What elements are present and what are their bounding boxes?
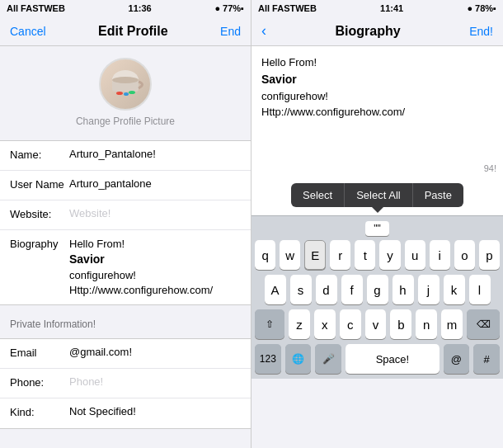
- svg-point-5: [129, 91, 135, 94]
- kind-value[interactable]: Not Specified!: [69, 405, 241, 417]
- key-d[interactable]: d: [316, 275, 337, 304]
- key-o[interactable]: o: [454, 240, 475, 270]
- key-q[interactable]: q: [255, 240, 275, 270]
- carrier-left: All FASTWEB: [7, 3, 65, 13]
- biography-label: Biography: [10, 237, 69, 250]
- key-s[interactable]: s: [290, 275, 312, 304]
- keyboard-area: "" q w E r t y u i o p A s d f g h j k l: [252, 215, 503, 379]
- end-button-right[interactable]: End!: [469, 25, 493, 38]
- num-key[interactable]: 123: [255, 344, 281, 374]
- key-z[interactable]: z: [289, 309, 310, 339]
- select-all-menu-item[interactable]: Select All: [345, 183, 412, 207]
- shift-key[interactable]: ⇧: [255, 309, 284, 339]
- battery-left: ● 77%▪: [214, 3, 244, 13]
- change-pic-label[interactable]: Change Profile Picture: [76, 116, 175, 127]
- key-t[interactable]: t: [355, 240, 375, 270]
- profile-pic-section: Change Profile Picture: [0, 46, 251, 134]
- phone-label: Phone:: [10, 375, 69, 389]
- key-h[interactable]: h: [393, 275, 414, 304]
- key-g[interactable]: g: [367, 275, 388, 304]
- key-k[interactable]: k: [444, 275, 465, 304]
- at-key[interactable]: @: [444, 344, 470, 374]
- context-menu-container: Select Select All Paste: [252, 178, 503, 215]
- name-label: Name:: [10, 148, 69, 161]
- mic-key[interactable]: 🎤: [315, 344, 341, 374]
- char-count: 94!: [484, 163, 496, 173]
- keyboard-row-2: A s d f g h j k l: [252, 272, 503, 307]
- context-menu: Select Select All Paste: [291, 183, 463, 207]
- avatar[interactable]: [99, 58, 152, 111]
- website-value[interactable]: Website!: [69, 207, 241, 219]
- space-key[interactable]: Space!: [346, 344, 439, 374]
- key-p[interactable]: p: [479, 240, 500, 270]
- key-n[interactable]: n: [416, 309, 437, 339]
- email-label: Email: [10, 346, 69, 359]
- email-row: Email @gmail.com!: [0, 339, 251, 369]
- delete-key[interactable]: ⌫: [467, 309, 500, 339]
- private-section: Private Information! Email @gmail.com! P…: [0, 314, 251, 429]
- carrier-right: All FASTWEB: [258, 3, 317, 13]
- key-a[interactable]: A: [265, 275, 286, 304]
- emoji-key[interactable]: 🌐: [285, 344, 312, 374]
- key-u[interactable]: u: [405, 240, 425, 270]
- website-row: Website: Website!: [0, 200, 251, 230]
- right-panel: All FASTWEB 11:41 ● 78%▪ ‹ Biography End…: [252, 0, 503, 448]
- username-row: User Name Arturo_pantalone: [0, 171, 251, 200]
- key-b[interactable]: b: [390, 309, 411, 339]
- key-e[interactable]: E: [304, 240, 326, 270]
- status-bar-right: All FASTWEB 11:41 ● 78%▪: [252, 0, 503, 17]
- keyboard-row-3: ⇧ z x c v b n m ⌫: [252, 307, 503, 342]
- keyboard-row-1: q w E r t y u i o p: [252, 238, 503, 272]
- key-y[interactable]: y: [379, 240, 400, 270]
- key-l[interactable]: l: [469, 275, 491, 304]
- bio-text-display: Hello From! Savior configurehow! Http://…: [261, 54, 493, 120]
- username-label: User Name: [10, 177, 69, 191]
- bio-content-area[interactable]: Hello From! Savior configurehow! Http://…: [252, 46, 503, 178]
- key-x[interactable]: x: [314, 309, 336, 339]
- key-m[interactable]: m: [441, 309, 463, 339]
- key-v[interactable]: v: [365, 309, 387, 339]
- keyboard-bottom-row: 123 🌐 🎤 Space! @ #: [252, 342, 503, 379]
- time-left: 11:36: [129, 3, 152, 13]
- biography-row: Biography Hello From! Savior configureho…: [0, 230, 251, 304]
- key-f[interactable]: f: [341, 275, 363, 304]
- keyboard-preview-row: "": [252, 219, 503, 238]
- kind-label: Kind:: [10, 405, 69, 418]
- status-bar-left: All FASTWEB 11:36 ● 77%▪: [0, 0, 251, 17]
- key-i[interactable]: i: [430, 240, 450, 270]
- biography-text[interactable]: Hello From! Savior configurehow! Http://…: [69, 237, 213, 298]
- svg-point-3: [116, 92, 123, 95]
- time-right: 11:41: [380, 3, 403, 13]
- name-value[interactable]: Arturo_Pantalone!: [69, 148, 241, 160]
- kind-row: Kind: Not Specified!: [0, 398, 251, 428]
- key-w[interactable]: w: [280, 240, 300, 270]
- left-panel: All FASTWEB 11:36 ● 77%▪ Cancel Edit Pro…: [0, 0, 252, 448]
- select-menu-item[interactable]: Select: [291, 183, 345, 207]
- key-r[interactable]: r: [330, 240, 350, 270]
- cancel-button[interactable]: Cancel: [10, 25, 46, 38]
- name-row: Name: Arturo_Pantalone!: [0, 141, 251, 171]
- nav-bar-left: Cancel Edit Profile End: [0, 17, 251, 46]
- website-label: Website:: [10, 207, 69, 220]
- context-menu-arrow: [372, 207, 383, 213]
- username-value[interactable]: Arturo_pantalone: [69, 177, 241, 190]
- back-chevron[interactable]: ‹: [261, 22, 266, 40]
- nav-bar-right: ‹ Biography End!: [252, 17, 503, 46]
- page-title-right: Biography: [336, 24, 401, 39]
- email-value[interactable]: @gmail.com!: [69, 346, 241, 358]
- hash-key[interactable]: #: [473, 344, 500, 374]
- svg-point-4: [124, 92, 129, 96]
- phone-value[interactable]: Phone!: [69, 375, 241, 388]
- phone-row: Phone: Phone!: [0, 369, 251, 398]
- preview-key: "": [365, 221, 389, 236]
- key-c[interactable]: c: [340, 309, 361, 339]
- private-section-header: Private Information!: [0, 314, 251, 332]
- paste-menu-item[interactable]: Paste: [413, 183, 463, 207]
- page-title-left: Edit Profile: [98, 24, 167, 39]
- end-button-left[interactable]: End: [220, 25, 241, 38]
- svg-point-2: [112, 77, 139, 83]
- key-j[interactable]: j: [418, 275, 440, 304]
- form-section: Name: Arturo_Pantalone! User Name Arturo…: [0, 140, 251, 305]
- battery-right: ● 78%▪: [467, 3, 496, 13]
